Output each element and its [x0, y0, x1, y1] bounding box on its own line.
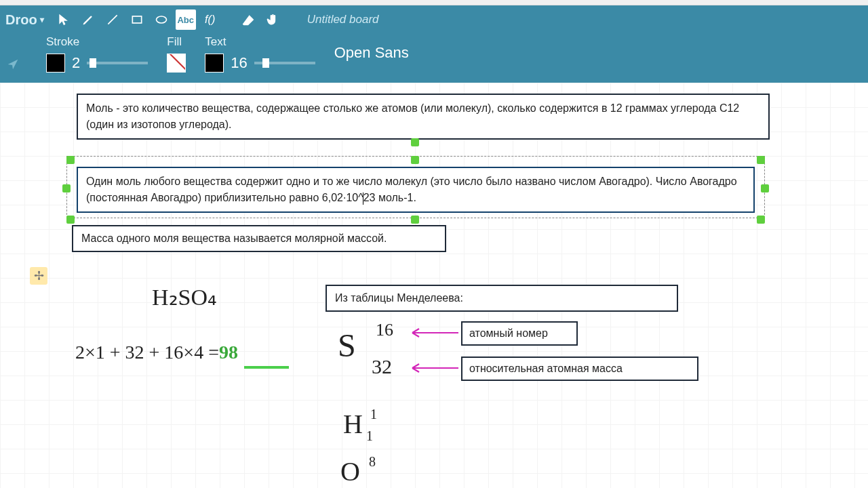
line-icon — [106, 13, 119, 26]
font-selector[interactable]: Open Sans — [334, 44, 409, 63]
stroke-width-value[interactable]: 2 — [72, 54, 80, 72]
fill-group: Fill — [167, 35, 186, 73]
handwriting-formula[interactable]: H₂SO₄ — [152, 283, 217, 310]
text-size-slider[interactable] — [254, 62, 315, 64]
text-group: Text 16 — [205, 35, 315, 73]
rect-tool[interactable] — [127, 9, 147, 30]
handwriting-H[interactable]: H — [343, 408, 363, 440]
svg-rect-1 — [132, 16, 141, 23]
green-underline — [244, 366, 289, 369]
svg-line-0 — [108, 15, 117, 24]
text-tool[interactable]: Abc — [176, 9, 196, 30]
whiteboard-canvas[interactable]: Моль - это количество вещества, содержащ… — [0, 83, 868, 488]
browser-chrome — [0, 0, 868, 5]
add-element-button[interactable]: ✢ — [30, 267, 47, 285]
pen-icon — [81, 13, 95, 26]
text-box-2-selected[interactable]: Один моль любого вещества содержит одно … — [77, 167, 755, 213]
handwriting-O-top[interactable]: 8 — [369, 454, 376, 470]
stroke-color-swatch[interactable] — [46, 54, 65, 73]
board-title[interactable]: Untitled board — [307, 13, 379, 26]
resize-handle-mr[interactable] — [761, 184, 769, 192]
resize-handle[interactable] — [411, 138, 419, 146]
label-atomic-mass[interactable]: относительная атомная масса — [461, 357, 698, 381]
text-box-1[interactable]: Моль - это количество вещества, содержащ… — [77, 94, 770, 140]
handwriting-H-bot[interactable]: 1 — [366, 428, 373, 444]
line-tool[interactable] — [102, 9, 123, 30]
pan-tool[interactable] — [262, 9, 283, 30]
formula-tool[interactable]: f() — [200, 9, 220, 30]
handwriting-O[interactable]: O — [340, 455, 360, 487]
handwriting-calc[interactable]: 2×1 + 32 + 16×4 =98 — [75, 342, 238, 363]
share-icon[interactable] — [5, 57, 20, 75]
pen-tool[interactable] — [78, 9, 98, 30]
svg-point-2 — [156, 16, 166, 23]
text-label: Text — [205, 35, 315, 49]
stroke-label: Stroke — [46, 35, 148, 49]
cursor-icon — [57, 13, 71, 26]
text-color-swatch[interactable] — [205, 54, 224, 73]
resize-handle-ml[interactable] — [62, 184, 71, 192]
resize-handle-br[interactable] — [757, 216, 765, 224]
stroke-group: Stroke 2 — [46, 35, 148, 73]
ellipse-icon — [155, 13, 168, 26]
text-box-3[interactable]: Масса одного моля вещества называется мо… — [72, 225, 446, 252]
fill-color-swatch[interactable] — [167, 54, 186, 73]
resize-handle-tm[interactable] — [411, 156, 419, 164]
handwriting-S[interactable]: S — [338, 327, 356, 364]
resize-handle-bm[interactable] — [411, 216, 419, 224]
chevron-down-icon: ▾ — [40, 15, 44, 24]
eraser-icon — [241, 13, 255, 26]
resize-handle-tr[interactable] — [757, 156, 765, 164]
stroke-width-slider[interactable] — [87, 62, 148, 64]
hand-icon — [266, 13, 279, 26]
ellipse-tool[interactable] — [151, 9, 172, 30]
plus-icon: ✢ — [34, 268, 44, 283]
resize-handle-bl[interactable] — [66, 216, 75, 224]
main-toolbar: Droo▾ Abc f() Untitled board — [0, 5, 868, 83]
text-box-4[interactable]: Из таблицы Менделеева: — [326, 285, 678, 312]
arrow-to-atomic-number — [407, 324, 461, 342]
brand-logo[interactable]: Droo▾ — [5, 12, 50, 28]
eraser-tool[interactable] — [238, 9, 258, 30]
handwriting-H-top[interactable]: 1 — [370, 407, 377, 422]
label-atomic-number[interactable]: атомный номер — [461, 321, 578, 346]
handwriting-S-top[interactable]: 16 — [376, 320, 393, 340]
handwriting-S-bot[interactable]: 32 — [372, 355, 392, 378]
resize-handle-tl[interactable] — [66, 156, 75, 164]
select-tool[interactable] — [54, 9, 74, 30]
rect-icon — [130, 13, 144, 26]
arrow-to-atomic-mass — [407, 359, 461, 377]
text-size-value[interactable]: 16 — [231, 54, 247, 72]
fill-label: Fill — [167, 35, 186, 49]
